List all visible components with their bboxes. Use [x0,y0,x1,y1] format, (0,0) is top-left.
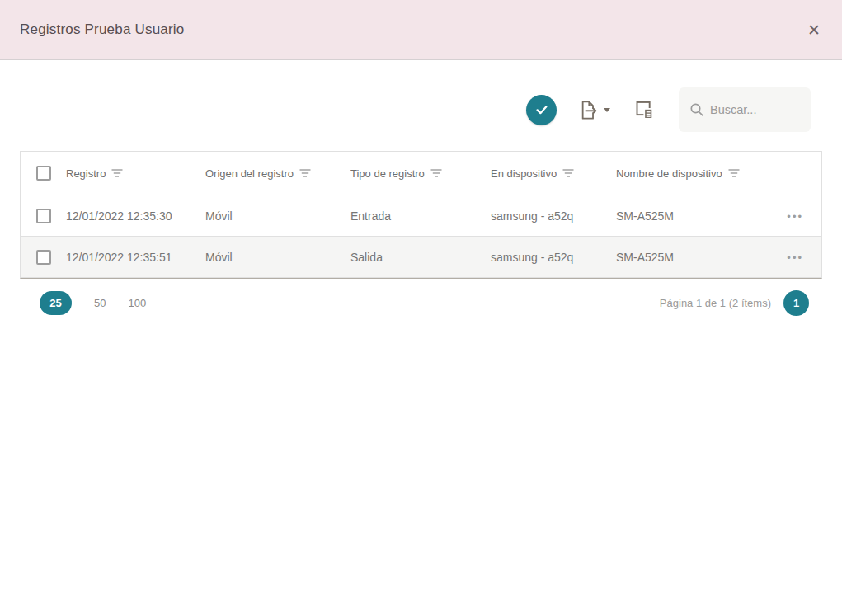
page-size-50[interactable]: 50 [94,297,106,309]
export-document-icon [576,99,599,121]
column-header-origen[interactable]: Origen del registro [205,167,350,180]
chevron-down-icon [604,108,610,112]
table-row[interactable]: 12/01/2022 12:35:30 Móvil Entrada samsun… [21,195,821,237]
cell-tipo: Entrada [350,209,491,223]
check-icon [534,101,550,118]
cell-tipo: Salida [350,251,491,264]
table-row[interactable]: 12/01/2022 12:35:51 Móvil Salida samsung… [21,237,821,278]
cell-nombre-dispositivo: SM-A525M [616,251,773,264]
pager: 25 50 100 Página 1 de 1 (2 ítems) 1 [20,279,822,327]
close-icon: ✕ [807,22,821,38]
confirm-button[interactable] [526,95,557,125]
column-chooser-button[interactable] [630,96,659,125]
column-header-label: Nombre de dispositivo [616,167,722,180]
header-filter-icon[interactable] [728,168,740,178]
ellipsis-icon: ••• [787,210,803,223]
search-box [679,87,811,132]
search-icon [689,102,704,117]
header-filter-icon[interactable] [111,168,123,178]
column-header-nombre-dispositivo[interactable]: Nombre de dispositivo [616,167,773,180]
modal-header: Registros Prueba Usuario ✕ [0,0,842,60]
cell-en-dispositivo: samsung - a52q [491,251,616,264]
records-table: Registro Origen del registro Tipo de r [20,151,822,279]
column-header-en-dispositivo[interactable]: En dispositivo [491,167,616,180]
page-1-button[interactable]: 1 [783,290,809,316]
cell-nombre-dispositivo: SM-A525M [616,209,773,223]
column-chooser-icon [633,99,656,121]
export-button[interactable] [573,96,614,125]
pager-info: Página 1 de 1 (2 ítems) [660,297,771,309]
header-filter-icon[interactable] [430,168,442,178]
cell-origen: Móvil [205,209,350,223]
cell-en-dispositivo: samsung - a52q [491,209,616,223]
grid-toolbar [0,60,842,132]
select-all-checkbox[interactable] [36,166,51,181]
page-title: Registros Prueba Usuario [20,21,184,38]
header-filter-icon[interactable] [562,168,574,178]
column-header-registro[interactable]: Registro [66,167,205,180]
row-checkbox[interactable] [36,250,51,265]
table-header-row: Registro Origen del registro Tipo de r [21,152,821,195]
cell-origen: Móvil [205,251,350,264]
column-header-label: Tipo de registro [350,167,425,180]
header-filter-icon[interactable] [299,168,311,178]
cell-registro: 12/01/2022 12:35:51 [66,251,205,264]
row-menu-button[interactable]: ••• [787,252,803,263]
row-menu-button[interactable]: ••• [787,211,803,222]
ellipsis-icon: ••• [787,252,803,264]
cell-registro: 12/01/2022 12:35:30 [66,209,205,223]
column-header-label: Origen del registro [205,167,294,180]
column-header-label: Registro [66,167,106,180]
row-checkbox[interactable] [36,209,51,223]
page-size-selector: 25 50 100 [40,291,146,315]
page-size-25[interactable]: 25 [40,291,72,315]
column-header-tipo[interactable]: Tipo de registro [350,167,491,180]
column-header-label: En dispositivo [491,167,557,180]
close-button[interactable]: ✕ [797,13,830,46]
search-input[interactable] [710,103,802,116]
page-size-100[interactable]: 100 [128,297,146,309]
